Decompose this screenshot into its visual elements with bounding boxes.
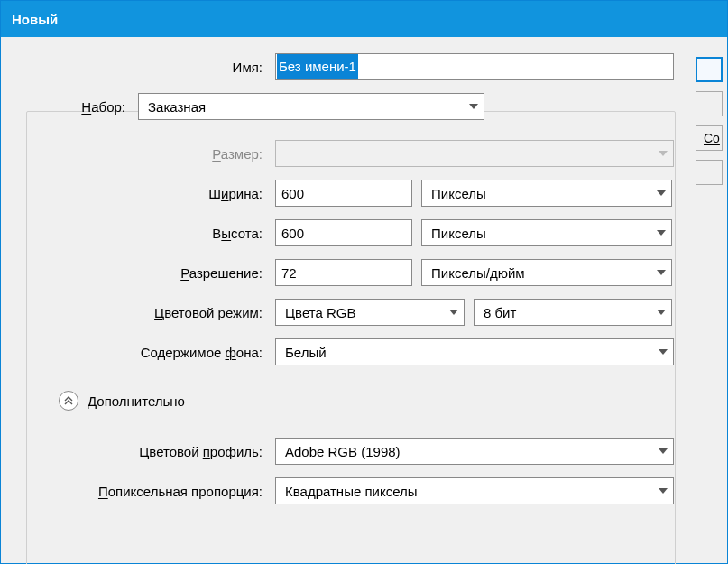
resolution-label: Разрешение: xyxy=(12,265,266,281)
preset-label: Набор: xyxy=(12,99,129,115)
chevron-down-icon xyxy=(657,190,666,196)
chevron-up-double-icon xyxy=(64,396,73,405)
size-select xyxy=(275,140,674,167)
width-unit-value: Пикселы xyxy=(431,186,486,201)
advanced-title: Дополнительно xyxy=(88,393,185,409)
chevron-down-icon xyxy=(659,349,668,355)
colormode-label: Цветовой режим: xyxy=(12,305,266,320)
pixelaspect-select[interactable]: Квадратные пикселы xyxy=(275,477,674,504)
profile-select[interactable]: Adobe RGB (1998) xyxy=(275,438,674,465)
resolution-input[interactable] xyxy=(275,259,412,286)
bitdepth-select[interactable]: 8 бит xyxy=(474,299,672,326)
width-unit-select[interactable]: Пикселы xyxy=(421,180,672,207)
main-column: Имя: Без имени-1 Набор: Заказная Размер: xyxy=(12,53,679,552)
chevron-down-icon xyxy=(469,104,478,109)
height-unit-value: Пикселы xyxy=(431,226,486,241)
height-label: Высота: xyxy=(12,226,266,241)
resolution-unit-select[interactable]: Пикселы/дюйм xyxy=(421,259,672,286)
profile-value: Adobe RGB (1998) xyxy=(285,444,401,459)
chevron-down-icon xyxy=(659,151,668,156)
bitdepth-value: 8 бит xyxy=(484,305,516,320)
advanced-section: Дополнительно xyxy=(59,391,679,411)
cancel-button[interactable] xyxy=(696,91,723,116)
name-label: Имя: xyxy=(12,60,266,75)
bgcontents-select[interactable]: Белый xyxy=(275,338,674,365)
chevron-down-icon xyxy=(659,488,668,494)
collapse-advanced-button[interactable] xyxy=(59,391,78,411)
new-document-dialog: Новый Имя: Без имени-1 Набор: Заказная xyxy=(0,0,728,564)
delete-preset-button[interactable] xyxy=(696,160,723,185)
colormode-value: Цвета RGB xyxy=(285,305,355,320)
width-input[interactable] xyxy=(275,180,412,207)
chevron-down-icon xyxy=(657,230,666,236)
size-label: Размер: xyxy=(12,146,266,162)
pixelaspect-label: Попиксельная пропорция: xyxy=(12,484,266,499)
side-buttons: Со xyxy=(696,53,723,552)
height-unit-select[interactable]: Пикселы xyxy=(421,219,672,246)
pixelaspect-value: Квадратные пикселы xyxy=(285,484,418,499)
divider xyxy=(194,402,679,402)
resolution-unit-value: Пикселы/дюйм xyxy=(431,265,525,281)
name-input-value: Без имени-1 xyxy=(277,54,358,79)
ok-button[interactable] xyxy=(696,57,723,82)
height-input[interactable] xyxy=(275,219,412,246)
chevron-down-icon xyxy=(657,310,666,315)
colormode-select[interactable]: Цвета RGB xyxy=(275,299,465,326)
window-title: Новый xyxy=(12,12,58,27)
name-input[interactable]: Без имени-1 xyxy=(275,53,674,80)
preset-select[interactable]: Заказная xyxy=(138,93,484,120)
chevron-down-icon xyxy=(657,270,666,275)
width-label: Ширина: xyxy=(12,186,266,201)
profile-label: Цветовой профиль: xyxy=(12,444,266,459)
dialog-body: Имя: Без имени-1 Набор: Заказная Размер: xyxy=(1,37,727,563)
chevron-down-icon xyxy=(659,448,668,454)
preset-value: Заказная xyxy=(148,99,206,115)
titlebar: Новый xyxy=(1,1,727,37)
bgcontents-label: Содержимое фона: xyxy=(12,345,266,360)
bgcontents-value: Белый xyxy=(285,345,327,360)
save-preset-button[interactable]: Со xyxy=(696,125,723,151)
chevron-down-icon xyxy=(449,310,458,315)
